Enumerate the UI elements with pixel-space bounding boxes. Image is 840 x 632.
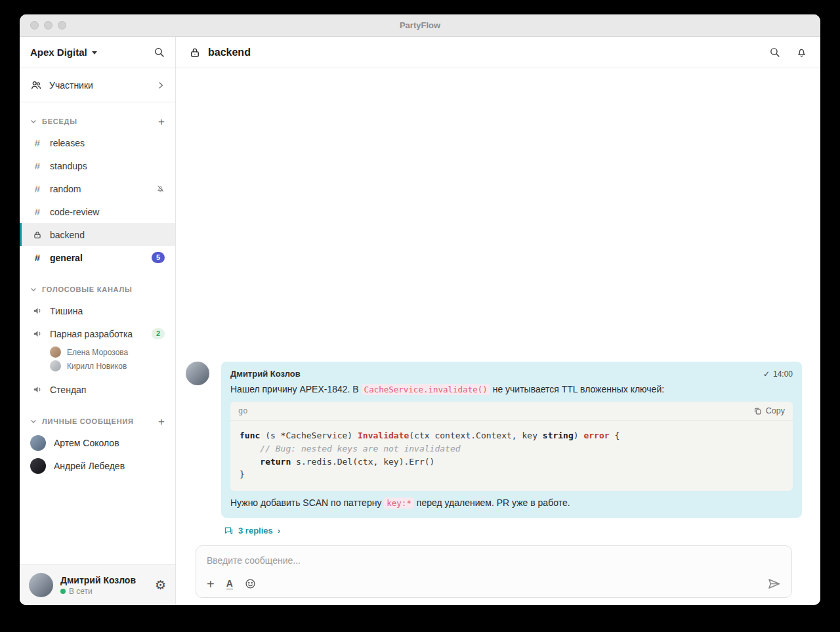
channel-header: backend — [176, 37, 820, 68]
message-time: 14:00 — [773, 369, 793, 379]
avatar[interactable] — [29, 573, 53, 597]
code-token: (s *CacheService) — [260, 431, 358, 440]
sidebar-item-backend[interactable]: backend — [20, 223, 175, 246]
voice-participant[interactable]: Елена Морозова — [20, 345, 175, 359]
workspace-switcher[interactable]: Apex Digital — [30, 47, 97, 58]
copy-label: Copy — [766, 406, 785, 415]
code-token: string — [543, 431, 574, 440]
text-segment: перед удалением. PR уже в работе. — [414, 497, 570, 508]
message-text: Нужно добавить SCAN по паттерну key:* пе… — [230, 497, 793, 509]
sidebar: Apex Digital Участники — [20, 37, 176, 605]
copy-icon — [753, 407, 762, 415]
chevron-right-icon: › — [278, 526, 280, 536]
code-token: { — [610, 431, 620, 440]
header-search-button[interactable] — [769, 47, 780, 58]
section-label: ГОЛОСОВЫЕ КАНАЛЫ — [42, 285, 132, 293]
code-token: s.redis.Del(ctx, key).Err() — [291, 457, 434, 467]
channel-label: standups — [50, 161, 87, 171]
sidebar-item-dm-artem[interactable]: Артем Соколов — [20, 431, 175, 454]
lock-icon — [189, 47, 201, 58]
code-comment: // Bug: nested keys are not invalidated — [240, 442, 784, 455]
titlebar: PartyFlow — [20, 14, 820, 37]
dm-name: Андрей Лебедев — [54, 461, 125, 471]
thread-replies-link[interactable]: 3 replies › — [224, 526, 802, 536]
code-block: go Copy func (s *CacheService) Invalidat… — [230, 402, 793, 491]
window-title: PartyFlow — [20, 14, 820, 37]
search-icon — [154, 47, 165, 58]
code-token: func — [240, 431, 260, 440]
message-author: Дмитрий Козлов — [230, 369, 301, 379]
code-token: error — [583, 431, 609, 440]
section-voice[interactable]: ГОЛОСОВЫЕ КАНАЛЫ — [20, 280, 175, 299]
channel-label: releases — [50, 138, 85, 148]
online-status-icon — [60, 589, 66, 594]
sidebar-item-standups[interactable]: # standups — [20, 154, 175, 177]
sidebar-item-members[interactable]: Участники — [20, 68, 175, 102]
speaker-active-icon — [33, 329, 42, 339]
channel-label: general — [50, 253, 83, 263]
sidebar-item-voice-pair-programming[interactable]: Парная разработка 2 — [20, 322, 175, 345]
sidebar-item-voice-tishina[interactable]: Тишина — [20, 299, 175, 322]
hash-icon: # — [33, 137, 42, 148]
text-segment: Нужно добавить SCAN по паттерну — [230, 497, 384, 508]
voice-channel-label: Тишина — [50, 306, 83, 316]
code-token: ) — [574, 431, 584, 440]
emoji-button[interactable] — [245, 578, 256, 589]
message-text: Нашел причину APEX-1842. В CacheService.… — [230, 383, 793, 396]
sidebar-item-voice-standup[interactable]: Стендап — [20, 378, 175, 401]
inline-code: CacheService.invalidate() — [362, 384, 490, 395]
hash-icon: # — [33, 206, 42, 217]
sidebar-item-code-review[interactable]: # code-review — [20, 200, 175, 223]
copy-code-button[interactable]: Copy — [753, 406, 785, 415]
speaker-icon — [33, 385, 42, 394]
app-window: PartyFlow Apex Digital Участник — [20, 14, 820, 605]
avatar[interactable] — [186, 362, 209, 385]
settings-gear-icon[interactable]: ⚙ — [155, 578, 166, 593]
composer: + A — [196, 545, 792, 598]
sidebar-item-dm-andrey[interactable]: Андрей Лебедев — [20, 454, 175, 477]
code-token — [240, 457, 260, 467]
voice-channel-label: Стендап — [50, 385, 86, 395]
avatar — [50, 360, 61, 371]
chevron-down-icon — [92, 51, 97, 54]
avatar — [30, 435, 46, 451]
bell-icon — [796, 47, 807, 58]
voice-participant[interactable]: Кирилл Новиков — [20, 359, 175, 373]
message-input[interactable] — [207, 555, 781, 566]
sidebar-item-general[interactable]: # general 5 — [20, 246, 175, 269]
text-segment: не учитывается TTL вложенных ключей: — [490, 384, 664, 394]
sidebar-search-button[interactable] — [154, 47, 165, 58]
add-channel-button[interactable]: + — [158, 116, 165, 127]
participant-name: Кирилл Новиков — [67, 362, 127, 371]
section-channels[interactable]: БЕСЕДЫ + — [20, 112, 175, 131]
sidebar-item-random[interactable]: # random — [20, 177, 175, 200]
speaker-icon — [33, 306, 42, 316]
chevron-right-icon — [157, 81, 165, 89]
sidebar-item-releases[interactable]: # releases — [20, 131, 175, 154]
voice-channel-label: Парная разработка — [50, 329, 133, 339]
code-token: return — [260, 457, 291, 467]
add-dm-button[interactable]: + — [158, 416, 165, 427]
section-label: ЛИЧНЫЕ СООБЩЕНИЯ — [42, 417, 134, 425]
code-token: Invalidate — [358, 431, 409, 440]
voice-count-badge: 2 — [152, 328, 165, 339]
lock-icon — [33, 230, 42, 240]
channel-label: random — [50, 184, 81, 194]
channel-label: code-review — [50, 207, 99, 217]
participant-name: Елена Морозова — [67, 348, 128, 357]
search-icon — [769, 47, 780, 58]
notifications-button[interactable] — [796, 47, 807, 58]
inline-code: key:* — [384, 497, 414, 509]
text-segment: Нашел причину APEX-1842. В — [230, 384, 362, 394]
user-panel: Дмитрий Козлов В сети ⚙ — [20, 564, 175, 605]
workspace-name: Apex Digital — [30, 47, 87, 58]
attach-button[interactable]: + — [207, 578, 215, 591]
bell-muted-icon — [156, 184, 165, 193]
section-dms[interactable]: ЛИЧНЫЕ СООБЩЕНИЯ + — [20, 411, 175, 431]
avatar — [30, 458, 46, 474]
text-format-button[interactable]: A — [226, 579, 233, 589]
thread-icon — [224, 526, 234, 536]
section-label: БЕСЕДЫ — [42, 117, 77, 125]
unread-badge: 5 — [152, 252, 165, 263]
send-button[interactable] — [767, 577, 781, 591]
